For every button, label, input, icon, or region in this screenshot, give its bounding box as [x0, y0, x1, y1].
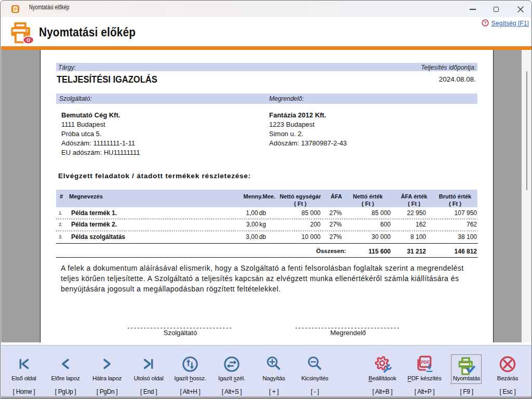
svg-text:?: ?: [484, 20, 487, 25]
svg-text:PDF: PDF: [421, 360, 429, 365]
